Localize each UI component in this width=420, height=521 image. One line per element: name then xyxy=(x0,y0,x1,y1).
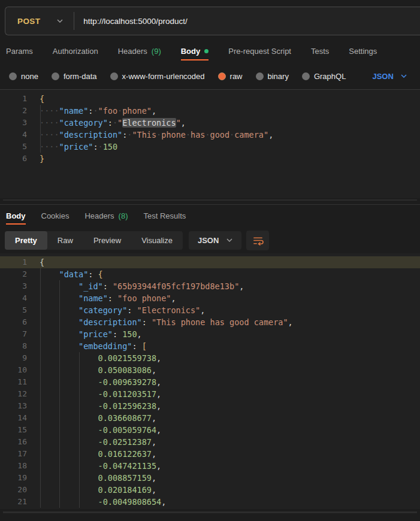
radio-label: GraphQL xyxy=(314,72,346,81)
line-number: 21 xyxy=(0,496,27,508)
code-content: } xyxy=(27,153,44,165)
tab-label: Body xyxy=(6,211,26,220)
line-number: 6 xyxy=(0,316,27,328)
code-line-15: 15 -0.005059764, xyxy=(0,424,420,436)
tab-label: Tests xyxy=(311,47,329,56)
request-language-dropdown[interactable]: JSON xyxy=(372,72,406,81)
response-tab-body[interactable]: Body xyxy=(6,205,26,227)
body-type-graphql[interactable]: GraphQL xyxy=(302,72,346,81)
radio-icon xyxy=(9,72,17,80)
code-content: -0.02512387, xyxy=(27,436,156,448)
radio-icon xyxy=(256,72,264,80)
code-content: ····"name":·"foo·phone", xyxy=(27,105,156,117)
request-tab-params[interactable]: Params xyxy=(6,39,33,63)
code-content: 0.020184169, xyxy=(27,484,156,496)
chevron-down-icon xyxy=(401,74,407,78)
view-mode-preview[interactable]: Preview xyxy=(83,231,131,250)
body-type-binary[interactable]: binary xyxy=(256,72,289,81)
line-number: 17 xyxy=(0,448,27,460)
code-content: "data": { xyxy=(27,268,103,280)
code-content: 0.036608677, xyxy=(27,412,156,424)
modified-dot-icon xyxy=(204,49,209,53)
line-number: 5 xyxy=(0,304,27,316)
code-content: { xyxy=(27,93,44,105)
response-body-editor[interactable]: 1{2 "data": {3 "_id": "65b93944f05fcf197… xyxy=(0,253,420,509)
method-dropdown[interactable]: POST xyxy=(5,17,74,26)
request-tab-authorization[interactable]: Authorization xyxy=(53,39,98,63)
view-mode-raw[interactable]: Raw xyxy=(47,231,83,250)
code-line-17: 17 0.016122637, xyxy=(0,448,420,460)
code-line-11: 11 -0.009639278, xyxy=(0,376,420,388)
url-bar: POST xyxy=(0,0,420,39)
view-mode-visualize[interactable]: Visualize xyxy=(131,231,183,250)
tab-label: Pre-request Script xyxy=(228,47,291,56)
line-number: 20 xyxy=(0,484,27,496)
view-mode-pretty[interactable]: Pretty xyxy=(5,231,47,250)
code-line-3: 3····"category":·"Electronics", xyxy=(0,117,420,129)
body-type-x-www-form-urlencoded[interactable]: x-www-form-urlencoded xyxy=(110,72,205,81)
horizontal-scrollbar[interactable] xyxy=(3,511,417,513)
response-tabs: BodyCookiesHeaders(8)Test Results xyxy=(0,205,420,227)
code-content: -0.047421135, xyxy=(27,460,161,472)
code-content: -0.011203517, xyxy=(27,388,161,400)
line-number: 1 xyxy=(0,93,27,105)
request-tab-headers[interactable]: Headers(9) xyxy=(118,39,161,63)
tab-count: (9) xyxy=(152,47,161,56)
line-number: 7 xyxy=(0,328,27,340)
response-toolbar: PrettyRawPreviewVisualize JSON xyxy=(0,227,420,253)
tab-label: Headers xyxy=(118,47,147,56)
line-number: 5 xyxy=(0,141,27,153)
response-tab-test-results[interactable]: Test Results xyxy=(144,205,186,227)
code-content: 0.0021559738, xyxy=(27,352,161,364)
code-content: 0.050083086, xyxy=(27,364,156,376)
code-line-3: 3 "_id": "65b93944f05fcf197bd8e13b", xyxy=(0,280,420,292)
line-number: 6 xyxy=(0,153,27,165)
code-line-4: 4····"description":·"This·phone·has·good… xyxy=(0,129,420,141)
url-input[interactable] xyxy=(74,17,420,26)
line-number: 15 xyxy=(0,424,27,436)
code-content: "price": 150, xyxy=(27,328,142,340)
request-body-editor[interactable]: 1{2····"name":·"foo·phone",3····"categor… xyxy=(0,89,420,198)
code-line-4: 4 "name": "foo phone", xyxy=(0,292,420,304)
code-line-20: 20 0.020184169, xyxy=(0,484,420,496)
request-tab-settings[interactable]: Settings xyxy=(349,39,377,63)
body-type-form-data[interactable]: form-data xyxy=(52,72,97,81)
line-number: 2 xyxy=(0,105,27,117)
tab-label: Test Results xyxy=(144,211,186,220)
code-line-21: 21 -0.0049808654, xyxy=(0,496,420,508)
line-number: 11 xyxy=(0,376,27,388)
radio-label: x-www-form-urlencoded xyxy=(122,72,205,81)
wrap-text-button[interactable] xyxy=(246,231,269,250)
code-line-16: 16 -0.02512387, xyxy=(0,436,420,448)
tab-label: Params xyxy=(6,47,33,56)
body-type-raw[interactable]: raw xyxy=(218,72,243,81)
code-content: ····"description":·"This·phone·has·good·… xyxy=(27,129,273,141)
request-tab-tests[interactable]: Tests xyxy=(311,39,329,63)
tab-label: Authorization xyxy=(53,47,98,56)
code-content: "description": "This phone has good came… xyxy=(27,316,293,328)
request-tab-body[interactable]: Body xyxy=(181,39,209,63)
view-mode-group: PrettyRawPreviewVisualize xyxy=(5,231,183,250)
line-number: 19 xyxy=(0,472,27,484)
line-number: 13 xyxy=(0,400,27,412)
code-content: "category": "Electronics", xyxy=(27,304,205,316)
request-tab-pre-request-script[interactable]: Pre-request Script xyxy=(228,39,291,63)
code-line-8: 8 "embedding": [ xyxy=(0,340,420,352)
radio-icon xyxy=(218,72,226,80)
line-number: 16 xyxy=(0,436,27,448)
postman-window: POST ParamsAuthorizationHeaders(9)BodyPr… xyxy=(0,0,420,513)
line-number: 14 xyxy=(0,412,27,424)
code-content: -0.005059764, xyxy=(27,424,161,436)
body-type-none[interactable]: none xyxy=(9,72,38,81)
response-tab-cookies[interactable]: Cookies xyxy=(41,205,70,227)
request-tabs: ParamsAuthorizationHeaders(9)BodyPre-req… xyxy=(0,39,420,63)
radio-icon xyxy=(110,72,118,80)
request-language-label: JSON xyxy=(372,72,393,81)
code-line-7: 7 "price": 150, xyxy=(0,328,420,340)
response-language-dropdown[interactable]: JSON xyxy=(189,231,241,250)
radio-label: raw xyxy=(230,72,243,81)
radio-label: none xyxy=(21,72,38,81)
body-type-radios: noneform-datax-www-form-urlencodedrawbin… xyxy=(9,72,346,81)
radio-label: form-data xyxy=(64,72,97,81)
response-tab-headers[interactable]: Headers(8) xyxy=(84,205,128,227)
